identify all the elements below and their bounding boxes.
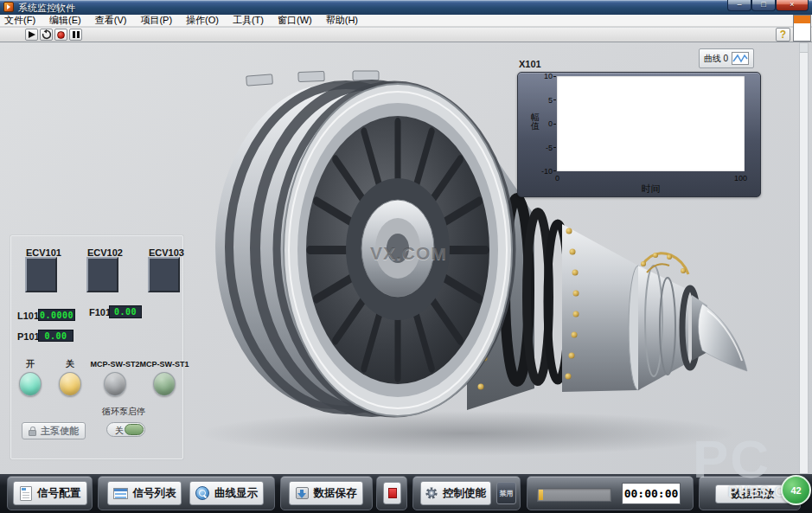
chart-title: X101 [519, 59, 541, 69]
data-save-label: 数据保存 [314, 486, 357, 501]
vi-icon-pane [793, 15, 811, 42]
led-on-label: 开 [26, 358, 35, 370]
cycle-pump-label: 循环泵启停 [102, 406, 145, 418]
menu-view[interactable]: 查看(V) [95, 14, 127, 27]
waveform-chart[interactable]: 10 5 0 -5 -10 0 100 幅值 时间 [517, 72, 761, 197]
curve-display-button[interactable]: 曲线显示 [189, 481, 264, 505]
led-on[interactable] [19, 372, 42, 396]
ytick-10: 10 [530, 72, 553, 80]
gear-icon [425, 487, 438, 499]
lock-icon [29, 426, 36, 436]
l101-label: L101 [17, 311, 39, 321]
pause-icon [73, 31, 80, 38]
pause-button[interactable] [69, 29, 82, 41]
group-signal-curve: 信号列表 曲线显示 [98, 476, 275, 510]
menu-operate[interactable]: 操作(O) [186, 14, 219, 27]
stop-icon [57, 31, 65, 39]
mcp-sw-st1-switch[interactable] [153, 372, 176, 396]
scrollbar-up-icon[interactable] [800, 43, 808, 53]
group-control-enable: 控制使能 禁用 [412, 476, 521, 510]
ytick-n10: -10 [530, 167, 553, 176]
menu-edit[interactable]: 编辑(E) [49, 14, 81, 27]
menu-tools[interactable]: 工具(T) [233, 14, 264, 27]
front-panel: X101 曲线 0 10 5 0 -5 -10 0 100 幅值 时间 ECV1… [0, 42, 812, 474]
main-pump-label: 主泵使能 [41, 425, 79, 438]
corner-watermark-letters: PC [693, 433, 770, 486]
stop-button[interactable] [54, 29, 67, 41]
progress-fill [539, 490, 543, 500]
p101-display: 0.00 [38, 330, 74, 342]
mcp-sw-st2-switch[interactable] [104, 372, 126, 396]
signal-config-label: 信号配置 [37, 486, 80, 501]
close-button[interactable]: × [776, 0, 809, 11]
p101-label: P101 [17, 331, 40, 342]
control-enable-label: 控制使能 [443, 486, 486, 501]
ytick-n5: -5 [530, 144, 553, 152]
center-watermark: VX.COM [370, 243, 447, 264]
title-bar: 系统监控软件 – □ × [0, 0, 812, 15]
xtick-0: 0 [555, 174, 559, 183]
x-axis-label: 时间 [557, 183, 745, 196]
minimize-button[interactable]: – [727, 0, 751, 11]
context-help-button[interactable]: ? [776, 28, 790, 42]
control-enable-button[interactable]: 控制使能 [420, 481, 491, 505]
data-save-button[interactable]: 数据保存 [289, 481, 363, 505]
chart-plot-area [557, 76, 745, 171]
save-icon [296, 487, 309, 499]
cycle-pump-toggle[interactable]: 关 [106, 422, 145, 437]
group-progress-timer: 00:00:00 [527, 476, 694, 510]
disable-state-button[interactable]: 禁用 [496, 482, 516, 504]
mcp-sw-st2-label: MCP-SW-ST2 [91, 360, 140, 369]
window-title: 系统监控软件 [18, 2, 75, 15]
run-button[interactable] [25, 29, 38, 41]
ecv103-indicator[interactable] [148, 257, 180, 292]
mcp-sw-st1-label: MCP-SW-ST1 [140, 360, 189, 369]
record-red-square-icon [388, 488, 397, 498]
document-icon [20, 486, 32, 501]
group-record [376, 476, 407, 510]
progress-bar [537, 488, 611, 502]
group-data-save: 数据保存 [280, 476, 373, 510]
corner-watermark-badge: 42 [781, 475, 811, 505]
toggle-knob [125, 424, 144, 435]
menu-bar: 文件(F) 编辑(E) 查看(V) 项目(P) 操作(O) 工具(T) 窗口(W… [0, 15, 812, 27]
run-continuous-button[interactable] [40, 29, 53, 41]
chart-legend[interactable]: 曲线 0 [699, 48, 754, 68]
table-icon [113, 488, 128, 499]
bottom-toolbar: 信号配置 信号列表 曲线显示 数据保存 控制使能 [0, 474, 812, 513]
elapsed-timer: 00:00:00 [622, 483, 681, 504]
menu-window[interactable]: 窗口(W) [278, 14, 312, 27]
curve-display-label: 曲线显示 [214, 486, 258, 501]
legend-label: 曲线 0 [704, 53, 728, 65]
maximize-button[interactable]: □ [751, 0, 776, 11]
signal-list-label: 信号列表 [133, 486, 176, 501]
menu-project[interactable]: 项目(P) [140, 14, 172, 27]
led-off[interactable] [59, 372, 81, 396]
ytick-5: 5 [530, 96, 553, 105]
magnifier-icon [195, 486, 209, 500]
main-pump-enable-button[interactable]: 主泵使能 [22, 422, 86, 439]
signal-list-button[interactable]: 信号列表 [107, 481, 182, 505]
l101-display: 0.0000 [38, 309, 75, 321]
control-panel: ECV101 ECV102 ECV103 L101 0.0000 F101 0.… [10, 235, 183, 459]
group-signal-config: 信号配置 [7, 476, 93, 510]
ecv101-indicator[interactable] [25, 257, 57, 292]
record-button[interactable] [383, 482, 401, 504]
menu-help[interactable]: 帮助(H) [326, 14, 358, 27]
run-continuous-icon [42, 29, 52, 40]
ecv102-indicator[interactable] [86, 257, 118, 292]
f101-display: 0.00 [109, 305, 142, 318]
toggle-state-label: 关 [115, 425, 124, 437]
app-icon [3, 2, 14, 12]
y-axis-label: 幅值 [531, 113, 540, 131]
vertical-scrollbar[interactable] [799, 42, 809, 474]
app-window: { "window": { "title": "系统监控软件", "minimi… [0, 0, 812, 513]
f101-label: F101 [89, 307, 111, 317]
waveform-icon [732, 52, 749, 65]
signal-config-button[interactable]: 信号配置 [13, 481, 87, 505]
led-off-label: 关 [66, 358, 74, 370]
xtick-100: 100 [734, 174, 747, 183]
toolbar [0, 28, 812, 42]
menu-file[interactable]: 文件(F) [4, 14, 35, 27]
run-arrow-icon [29, 31, 35, 38]
